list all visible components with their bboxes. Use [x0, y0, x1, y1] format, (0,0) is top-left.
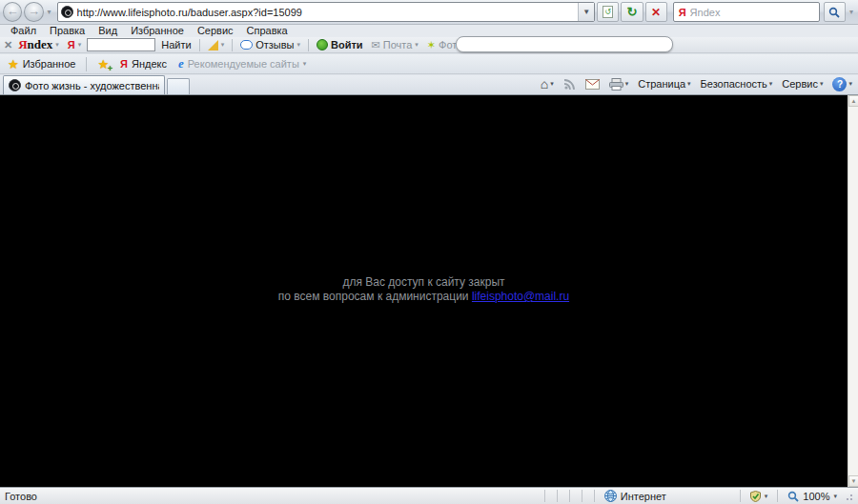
recent-pages-dropdown-icon[interactable]: ▾ [46, 8, 53, 16]
zoom-control[interactable]: 100% ▾ [784, 491, 841, 502]
menu-tools[interactable]: Сервис [191, 25, 240, 37]
stop-icon: ✕ [651, 6, 661, 19]
zoom-level-label: 100% [803, 491, 829, 502]
chevron-down-icon: ▾ [848, 80, 852, 88]
login-button[interactable]: Войти [314, 38, 366, 52]
feeds-button[interactable] [561, 75, 579, 93]
speech-bubble-icon [240, 40, 253, 50]
read-mail-button[interactable] [582, 75, 603, 93]
search-options-dropdown-icon[interactable]: ▾ [848, 8, 855, 16]
ya-icon: Я [120, 58, 128, 70]
tab-bar: Фото жизнь - художественная фотография ⌂… [0, 75, 858, 95]
address-bar[interactable]: http://www.lifeisphoto.ru/baduser.aspx?i… [57, 2, 596, 22]
help-button[interactable]: ? ▾ [829, 75, 855, 93]
separator [594, 490, 595, 502]
status-text: Готово [0, 491, 37, 502]
chevron-down-icon: ▾ [296, 41, 300, 49]
scroll-up-icon[interactable]: ▲ [848, 95, 858, 107]
chevron-down-icon: ▾ [303, 60, 307, 68]
chevron-down-icon: ▾ [687, 80, 691, 88]
login-icon [317, 39, 328, 50]
page-menu-button[interactable]: Страница ▾ [635, 75, 693, 93]
fotki-star-icon: ✶ [427, 39, 436, 51]
menu-edit[interactable]: Правка [43, 25, 92, 37]
favorites-button[interactable]: ★ Избранное [4, 55, 79, 73]
menu-help[interactable]: Справка [240, 25, 295, 37]
yandex-logo-ya: Я [18, 37, 27, 51]
chevron-down-icon: ▾ [833, 493, 837, 500]
ya-icon: Я [68, 39, 75, 50]
address-dropdown-icon[interactable]: ▼ [578, 3, 594, 21]
search-button[interactable] [824, 2, 846, 22]
separator [199, 39, 200, 51]
resize-grip[interactable] [845, 491, 856, 502]
search-icon [828, 7, 840, 18]
refresh-button[interactable]: ↻ [621, 2, 643, 22]
yandex-toolbar: ✕ Яndex ▾ Я ▾ Найти ▾ Отзывы ▾ Войти ✉ П [0, 37, 858, 53]
vertical-scrollbar[interactable]: ▲ ▼ [848, 95, 858, 487]
separator [582, 490, 582, 502]
home-icon: ⌂ [541, 77, 548, 91]
chevron-down-icon: ▾ [550, 80, 554, 88]
search-box[interactable]: Я Яndex [673, 2, 820, 22]
compatibility-view-button[interactable] [597, 2, 619, 22]
security-menu-button[interactable]: Безопасность ▾ [698, 75, 776, 93]
chevron-down-icon: ▾ [625, 80, 629, 88]
protected-mode-button[interactable]: ▾ [746, 491, 772, 502]
browser-window: ← → ▾ http://www.lifeisphoto.ru/baduser.… [0, 0, 858, 504]
back-button[interactable]: ← [3, 2, 22, 22]
new-tab-button[interactable] [167, 78, 190, 94]
chevron-down-icon: ▾ [820, 80, 824, 88]
tab-active[interactable]: Фото жизнь - художественная фотография [3, 75, 165, 94]
separator [86, 57, 87, 71]
recommended-sites-button[interactable]: e Рекомендуемые сайты ▾ [174, 55, 310, 73]
forward-button[interactable]: → [24, 2, 43, 22]
url-text[interactable]: http://www.lifeisphoto.ru/baduser.aspx?i… [77, 7, 579, 18]
tools-menu-button[interactable]: Сервис ▾ [779, 75, 826, 93]
yandex-logo-menu[interactable]: Яndex ▾ [15, 38, 62, 52]
mail-button[interactable]: ✉ Почта ▾ [369, 38, 421, 52]
mail-icon [585, 79, 600, 90]
reviews-button[interactable]: Отзывы ▾ [237, 38, 303, 52]
envelope-icon: ✉ [372, 39, 380, 51]
access-denied-message: для Вас доступ к сайту закрыт по всем во… [0, 275, 848, 304]
add-favorite-button[interactable]: ★ [93, 55, 112, 73]
yandex-logo-rest: ndex [28, 37, 53, 51]
chevron-down-icon: ▾ [78, 41, 82, 49]
stop-button[interactable]: ✕ [645, 2, 667, 22]
toolbar-close-icon[interactable]: ✕ [4, 39, 12, 51]
message-line2-text: по всем вопросам к администрации [278, 290, 472, 303]
shield-icon [750, 491, 761, 502]
print-button[interactable]: ▾ [606, 75, 632, 93]
yandex-logo-icon: Я [679, 7, 686, 18]
zone-label: Интернет [621, 491, 666, 502]
menu-file[interactable]: Файл [4, 25, 43, 37]
zoom-icon [787, 491, 799, 502]
separator [232, 39, 233, 51]
toolbar-search-input[interactable] [87, 38, 155, 51]
menu-view[interactable]: Вид [92, 25, 124, 37]
tools-menu-label: Сервис [782, 78, 818, 90]
separator [308, 39, 309, 51]
favorite-yandex-link[interactable]: Я Яндекс [116, 55, 171, 73]
search-placeholder: Яndex [690, 7, 721, 18]
admin-email-link[interactable]: lifeisphoto@mail.ru [472, 290, 569, 303]
message-line1: для Вас доступ к сайту закрыт [0, 275, 848, 290]
mail-label: Почта [383, 39, 413, 50]
add-favorite-star-icon: ★ [97, 57, 109, 71]
message-line2: по всем вопросам к администрации lifeisp… [0, 290, 848, 304]
citation-index-icon [208, 40, 218, 50]
toolbar-find-button[interactable]: Найти [158, 38, 194, 52]
chevron-down-icon: ▾ [765, 493, 768, 500]
reviews-label: Отзывы [255, 39, 294, 50]
tic-index-button[interactable]: ▾ [205, 38, 228, 52]
yandex-ya-menu[interactable]: Я ▾ [65, 38, 84, 52]
page-content: для Вас доступ к сайту закрыт по всем во… [0, 95, 858, 487]
favorites-star-icon: ★ [8, 57, 19, 71]
home-button[interactable]: ⌂ ▾ [538, 75, 557, 93]
compatibility-page-icon [603, 6, 613, 18]
scroll-down-icon[interactable]: ▼ [848, 475, 858, 487]
menu-favorites[interactable]: Избранное [124, 25, 191, 37]
separator [777, 490, 778, 502]
rss-icon [563, 78, 576, 91]
